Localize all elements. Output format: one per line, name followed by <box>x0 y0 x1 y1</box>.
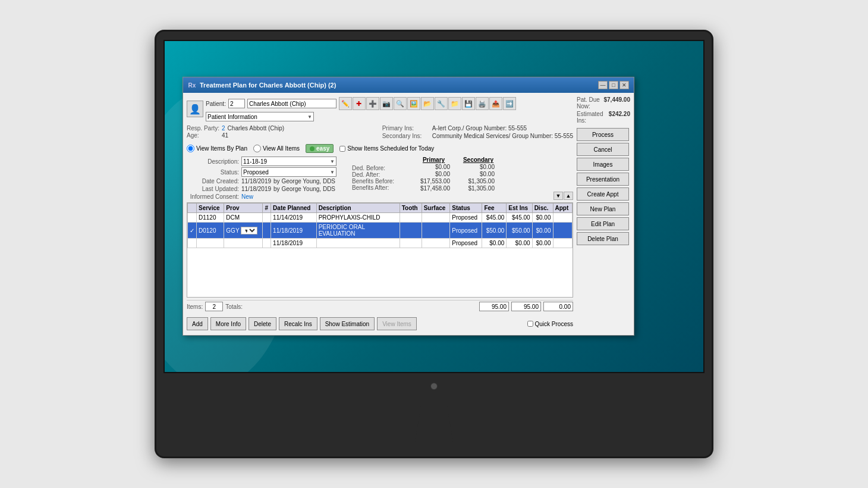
dialog-sidebar: Pat. Due Now: $7,449.00 Estimated Ins: $… <box>577 96 630 331</box>
monitor-stand-neck <box>410 399 458 442</box>
pat-due-now-row: Pat. Due Now: $7,449.00 <box>577 96 630 110</box>
row-num <box>263 223 271 239</box>
close-button[interactable]: ✕ <box>619 81 629 89</box>
patient-label: Patient: <box>206 101 226 107</box>
row-description <box>316 239 400 248</box>
primary-ins-row: Primary Ins: A-lert Corp./ Group Number:… <box>382 125 573 132</box>
consent-row: Informed Consent: New <box>187 193 336 200</box>
plan-nav-arrows: ▼ ▲ <box>553 192 573 200</box>
table-row[interactable]: 11/18/2019Proposed$0.00$0.00$0.00 <box>188 239 573 248</box>
col-header-appt: Appt <box>553 204 573 213</box>
resp-party-id[interactable]: 2 <box>222 125 225 132</box>
row-service: D0120 <box>197 223 224 239</box>
folder-open-icon[interactable]: 📂 <box>421 97 434 110</box>
export-icon[interactable]: 📤 <box>489 97 502 110</box>
ded-after-secondary-row: $0.00 <box>462 171 495 177</box>
primary-ins-label: Primary Ins: <box>382 125 430 132</box>
estimated-ins-value: $242.20 <box>609 111 630 124</box>
ded-labels-col: Ded. Before: Ded. After: Benefits Before… <box>352 157 405 192</box>
add-green-icon[interactable]: ➕ <box>366 97 379 110</box>
arrow-buttons: ▼ ▲ <box>553 192 573 200</box>
resp-party-name: Charles Abbott (Chip) <box>228 125 285 132</box>
row-service <box>197 239 224 248</box>
secondary-ins-label: Secondary Ins: <box>382 133 430 139</box>
images-button[interactable]: Images <box>577 158 629 171</box>
table-row[interactable]: ✓D0120GGY ▼11/18/2019PERIODIC ORAL EVALU… <box>188 223 573 239</box>
date-created-label: Date Created: <box>187 178 239 184</box>
col-header-service: Service <box>197 204 224 213</box>
view-all-items-radio[interactable]: View All Items <box>253 145 300 152</box>
status-label: Status: <box>187 169 239 176</box>
ded-before-secondary-row: $0.00 <box>462 164 495 170</box>
add-button[interactable]: Add <box>187 317 208 330</box>
prev-plan-button[interactable]: ▼ <box>553 192 563 200</box>
row-prov: GGY ▼ <box>224 223 263 239</box>
scheduled-today-checkbox[interactable]: Show Items Scheduled for Today <box>339 145 434 152</box>
row-status: Proposed <box>450 213 482 223</box>
monitor: Rx Treatment Plan for Charles Abbott (Ch… <box>155 30 713 458</box>
edit-plan-button[interactable]: Edit Plan <box>577 217 629 230</box>
presentation-button[interactable]: Presentation <box>577 173 629 186</box>
pat-due-section: Pat. Due Now: $7,449.00 Estimated Ins: $… <box>577 96 630 124</box>
save-icon[interactable]: 💾 <box>462 97 475 110</box>
age-row: Age: 41 <box>187 132 284 139</box>
items-section: Items: Totals: <box>187 302 243 311</box>
benefits-before-label-row: Benefits Before: <box>352 178 405 184</box>
tools-icon[interactable]: 🔧 <box>435 97 448 110</box>
patient-id-field[interactable] <box>228 99 245 108</box>
row-surface <box>422 239 450 248</box>
view-items-button[interactable]: View Items <box>377 317 417 330</box>
recalc-ins-button[interactable]: Recalc Ins <box>279 317 317 330</box>
quick-process-label: Quick Process <box>535 321 573 327</box>
col-header-check <box>188 204 197 213</box>
minimize-button[interactable]: — <box>598 81 608 89</box>
description-dropdown[interactable]: 11-18-19 ▼ <box>241 157 336 166</box>
informed-consent-link[interactable]: New <box>241 193 253 200</box>
next-plan-button[interactable]: ▲ <box>564 192 573 200</box>
patient-info-dropdown[interactable]: Patient Information ▼ <box>206 112 314 121</box>
new-icon[interactable]: ✚ <box>353 97 366 110</box>
row-check <box>188 239 197 248</box>
new-plan-button[interactable]: New Plan <box>577 202 629 215</box>
camera-icon[interactable]: 📷 <box>380 97 393 110</box>
arrow-icon[interactable]: ➡️ <box>503 97 516 110</box>
est-ins-total-field <box>511 302 541 311</box>
estimated-ins-row: Estimated Ins: $242.20 <box>577 111 630 124</box>
easy-button[interactable]: easy <box>306 144 334 153</box>
row-description: PERIODIC ORAL EVALUATION <box>316 223 400 239</box>
more-info-button[interactable]: More Info <box>210 317 246 330</box>
quick-process-checkbox[interactable] <box>527 321 533 327</box>
show-estimation-button[interactable]: Show Estimation <box>320 317 375 330</box>
process-button[interactable]: Process <box>577 128 629 141</box>
resp-party-label: Resp. Party: <box>187 125 219 132</box>
dialog-title: Treatment Plan for Charles Abbott (Chip)… <box>200 82 336 89</box>
folder-icon[interactable]: 📁 <box>448 97 461 110</box>
status-dropdown[interactable]: Proposed ▼ <box>241 167 336 177</box>
patient-name-field[interactable] <box>247 99 336 108</box>
description-label: Description: <box>187 158 239 165</box>
row-tooth <box>400 239 422 248</box>
edit-icon[interactable]: ✏️ <box>339 97 352 110</box>
print-icon[interactable]: 🖨️ <box>476 97 489 110</box>
desc-dropdown-arrow-icon: ▼ <box>330 159 335 164</box>
delete-button[interactable]: Delete <box>249 317 276 330</box>
table-row[interactable]: D1120DCM11/14/2019PROPHYLAXIS-CHILDPropo… <box>188 213 573 223</box>
photo-icon[interactable]: 🖼️ <box>407 97 420 110</box>
col-header-fee: Fee <box>482 204 507 213</box>
totals-label: Totals: <box>225 304 243 310</box>
row-disc: $0.00 <box>532 213 553 223</box>
magnify-icon[interactable]: 🔍 <box>394 97 407 110</box>
create-appt-button[interactable]: Create Appt <box>577 187 629 201</box>
delete-plan-button[interactable]: Delete Plan <box>577 232 629 245</box>
pat-info-section: Resp. Party: 2 Charles Abbott (Chip) Age… <box>187 124 573 140</box>
ded-before-primary-row: $0.00 <box>417 164 450 170</box>
row-date-planned: 11/18/2019 <box>271 239 317 248</box>
view-by-plan-radio[interactable]: View Items By Plan <box>187 145 247 152</box>
cancel-button[interactable]: Cancel <box>577 143 629 156</box>
dropdown-arrow-icon: ▼ <box>307 114 312 120</box>
maximize-button[interactable]: □ <box>609 81 618 89</box>
row-num <box>263 239 271 248</box>
col-header-description: Description <box>316 204 400 213</box>
view-options-row: View Items By Plan View All Items easy <box>187 143 573 154</box>
row-description: PROPHYLAXIS-CHILD <box>316 213 400 223</box>
